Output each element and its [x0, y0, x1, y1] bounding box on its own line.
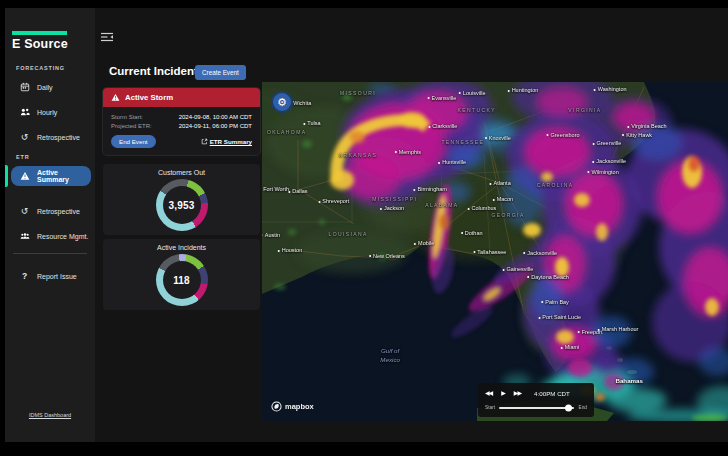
- sidebar-item-label: Resource Mgmt.: [37, 233, 88, 240]
- timeline-controls-row: ◀◀ ▶ ▶▶ 4:00PM CDT: [485, 387, 587, 399]
- map-label-state: MISSISSIPPI: [372, 196, 417, 202]
- map-label-country: Bahamas: [615, 377, 643, 384]
- storm-field-row: Projected ETR: 2024-09-11, 06:00 PM CDT: [103, 120, 260, 129]
- active-item-indicator: [5, 165, 8, 187]
- map-label-city: Tallahassee: [473, 249, 506, 255]
- storm-card-footer: End Event ETR Summary: [103, 129, 260, 155]
- mapbox-logo[interactable]: mapbox: [271, 401, 314, 412]
- map-label-city: New Orleans: [369, 253, 405, 259]
- sidebar-item-daily[interactable]: Daily: [11, 77, 91, 97]
- sidebar-item-retrospective-forecasting[interactable]: ↺ Retrospective: [11, 127, 91, 147]
- customers-out-donut: 3,953: [156, 179, 208, 231]
- create-event-button[interactable]: Create Event: [195, 65, 246, 80]
- customers-out-value: 3,953: [168, 200, 194, 211]
- donut-hole: 3,953: [163, 186, 201, 224]
- active-incidents-value: 118: [173, 275, 190, 286]
- timeline-slider-track[interactable]: [499, 407, 574, 409]
- group-icon: [19, 231, 30, 242]
- active-storm-header: Active Storm: [103, 88, 260, 107]
- sidebar-item-report-issue[interactable]: ? Report Issue: [11, 266, 91, 286]
- map-label-city: Fort Worth: [262, 186, 289, 192]
- sidebar-item-retrospective-etr[interactable]: ↺ Retrospective: [11, 201, 91, 221]
- brand-accent-bar: [12, 31, 67, 35]
- donut-hole: 118: [163, 261, 201, 299]
- map-label-city: Atlanta: [490, 180, 511, 186]
- play-button[interactable]: ▶: [501, 390, 505, 396]
- sidebar-item-label: Daily: [37, 84, 53, 91]
- end-event-button[interactable]: End Event: [111, 135, 156, 148]
- map-label-city: Wilmington: [588, 169, 619, 175]
- map-label-city: Freeport: [578, 329, 603, 335]
- map-label-city: Dothan: [461, 230, 483, 236]
- sidebar: E Source FORECASTING Daily Hourly ↺ Retr…: [5, 8, 95, 442]
- history-icon: ↺: [19, 206, 30, 217]
- sidebar-item-label: Active Summary: [37, 169, 91, 183]
- external-link-icon: [201, 138, 208, 145]
- field-value: 2024-09-11, 06:00 PM CDT: [179, 123, 252, 129]
- storm-field-row: Storm Start: 2024-09-08, 10:00 AM CDT: [103, 107, 260, 120]
- chart-title: Customers Out: [103, 164, 260, 176]
- mapbox-icon: [271, 401, 282, 412]
- map-label-city: Houston: [278, 247, 303, 253]
- map-label-city: Columbus: [468, 205, 497, 211]
- map-label-state: ALABAMA: [425, 202, 458, 208]
- field-label: Storm Start:: [111, 114, 143, 120]
- map-label-city: Port Saint Lucie: [538, 314, 581, 320]
- fast-forward-button[interactable]: ▶▶: [514, 390, 521, 396]
- sidebar-item-label: Hourly: [37, 109, 57, 116]
- section-label-forecasting: FORECASTING: [16, 65, 65, 71]
- sidebar-item-hourly[interactable]: Hourly: [11, 102, 91, 122]
- timeline-slider-handle[interactable]: [565, 404, 572, 411]
- etr-summary-label: ETR Summary: [210, 138, 252, 145]
- idms-dashboard-link[interactable]: IDMS Dashboard: [5, 412, 95, 418]
- chart-title: Active Incidents: [103, 239, 260, 251]
- section-label-etr: ETR: [16, 154, 29, 160]
- etr-summary-link[interactable]: ETR Summary: [201, 138, 252, 145]
- map-label-city: Birmingham: [414, 186, 447, 192]
- timeline-time-label: 4:00PM CDT: [534, 390, 570, 397]
- map-label-city: Dallas: [288, 188, 307, 194]
- map-label-city: Knoxville: [485, 135, 511, 141]
- map-label-city: Greenville: [592, 140, 621, 146]
- map-label-state: ARKANSAS: [339, 152, 377, 158]
- map-label-state: MISSOURI: [340, 90, 376, 96]
- history-icon: ↺: [19, 132, 30, 143]
- mapbox-label: mapbox: [285, 402, 314, 411]
- map-label-state: LOUISIANA: [329, 231, 368, 237]
- customers-out-card: Customers Out 3,953: [103, 164, 260, 235]
- weather-radar-map[interactable]: WichitaMISSOURITulsaOKLAHOMAARKANSASFort…: [262, 82, 728, 421]
- map-label-city: Memphis: [395, 149, 421, 155]
- sidebar-item-label: Retrospective: [37, 208, 80, 215]
- map-label-city: Gainesville: [502, 266, 533, 272]
- map-label-city: Huntington: [508, 87, 539, 93]
- map-label-city: Miami: [561, 344, 580, 350]
- map-label-city: Clarksville: [428, 123, 457, 129]
- gear-icon: ⚙: [277, 96, 287, 109]
- warning-icon: [19, 171, 30, 182]
- map-label-city: Jacksonville: [523, 250, 557, 256]
- map-settings-button[interactable]: ⚙: [271, 91, 293, 113]
- map-label-city: Daytona Beach: [527, 274, 569, 280]
- sidebar-divider: [13, 253, 87, 254]
- map-label-city: Mobile: [414, 240, 434, 246]
- map-label-city: Greensboro: [547, 132, 580, 138]
- map-label-city: Macon: [493, 196, 514, 202]
- sidebar-item-label: Retrospective: [37, 134, 80, 141]
- map-labels-layer: WichitaMISSOURITulsaOKLAHOMAARKANSASFort…: [262, 82, 728, 421]
- map-label-water: Gulf of Mexico: [380, 346, 400, 365]
- radar-timeline-panel: ◀◀ ▶ ▶▶ 4:00PM CDT Start End: [478, 383, 594, 417]
- sidebar-item-active-summary[interactable]: Active Summary: [11, 166, 91, 186]
- sidebar-collapse-icon[interactable]: [100, 28, 116, 40]
- field-value: 2024-09-08, 10:00 AM CDT: [179, 114, 252, 120]
- timeline-slider-row: Start End: [485, 405, 587, 410]
- question-icon: ?: [19, 271, 30, 282]
- storm-title: Active Storm: [125, 93, 173, 102]
- map-label-city: Shreveport: [318, 198, 349, 204]
- brand-logo: E Source: [12, 37, 68, 51]
- map-label-state: OKLAHOMA: [267, 129, 307, 135]
- map-label-city: Palm Bay: [541, 299, 569, 305]
- map-label-city: Huntsville: [438, 159, 466, 165]
- timeline-end-label: End: [578, 405, 587, 410]
- sidebar-item-resource-mgmt[interactable]: Resource Mgmt.: [11, 226, 91, 246]
- rewind-button[interactable]: ◀◀: [485, 390, 492, 396]
